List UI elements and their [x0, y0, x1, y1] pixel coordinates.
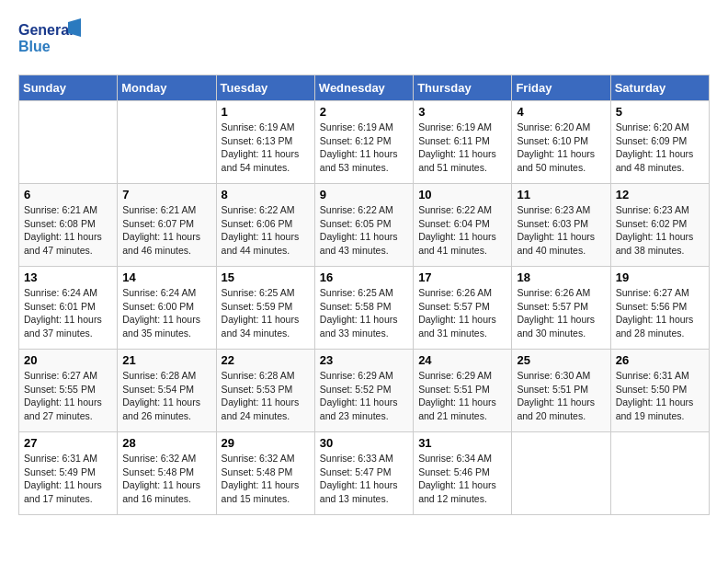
logo: GeneralBlue — [18, 18, 83, 60]
weekday-header-tuesday: Tuesday — [216, 75, 314, 101]
day-number: 22 — [222, 353, 310, 367]
day-info: Sunrise: 6:24 AM Sunset: 6:01 PM Dayligh… — [24, 286, 112, 340]
calendar-cell: 29Sunrise: 6:32 AM Sunset: 5:48 PM Dayli… — [216, 432, 314, 515]
calendar-cell: 2Sunrise: 6:19 AM Sunset: 6:12 PM Daylig… — [314, 101, 413, 184]
day-number: 3 — [418, 105, 506, 119]
day-info: Sunrise: 6:22 AM Sunset: 6:04 PM Dayligh… — [418, 203, 506, 258]
calendar-cell: 9Sunrise: 6:22 AM Sunset: 6:05 PM Daylig… — [314, 184, 413, 267]
day-number: 4 — [517, 105, 605, 119]
day-number: 6 — [24, 188, 112, 201]
day-info: Sunrise: 6:21 AM Sunset: 6:07 PM Dayligh… — [122, 203, 210, 258]
day-info: Sunrise: 6:22 AM Sunset: 6:05 PM Dayligh… — [320, 203, 408, 258]
day-number: 11 — [517, 188, 605, 201]
day-info: Sunrise: 6:28 AM Sunset: 5:53 PM Dayligh… — [222, 369, 310, 423]
calendar-cell: 10Sunrise: 6:22 AM Sunset: 6:04 PM Dayli… — [414, 184, 512, 267]
calendar-cell: 16Sunrise: 6:25 AM Sunset: 5:58 PM Dayli… — [314, 267, 413, 350]
day-info: Sunrise: 6:23 AM Sunset: 6:03 PM Dayligh… — [517, 203, 605, 258]
calendar-cell — [19, 101, 118, 184]
day-number: 15 — [222, 270, 310, 284]
calendar-cell: 20Sunrise: 6:27 AM Sunset: 5:55 PM Dayli… — [19, 350, 118, 432]
calendar-cell: 6Sunrise: 6:21 AM Sunset: 6:08 PM Daylig… — [19, 184, 118, 267]
day-number: 1 — [222, 105, 310, 119]
day-info: Sunrise: 6:23 AM Sunset: 6:02 PM Dayligh… — [616, 203, 704, 258]
day-number: 7 — [122, 188, 210, 201]
day-number: 10 — [418, 188, 506, 201]
weekday-header-thursday: Thursday — [414, 75, 512, 101]
calendar-cell: 27Sunrise: 6:31 AM Sunset: 5:49 PM Dayli… — [19, 432, 118, 515]
day-info: Sunrise: 6:26 AM Sunset: 5:57 PM Dayligh… — [418, 286, 506, 340]
day-info: Sunrise: 6:25 AM Sunset: 5:58 PM Dayligh… — [320, 286, 408, 340]
day-number: 25 — [517, 353, 605, 367]
day-info: Sunrise: 6:30 AM Sunset: 5:51 PM Dayligh… — [517, 369, 605, 423]
day-number: 28 — [122, 436, 210, 450]
calendar-cell: 13Sunrise: 6:24 AM Sunset: 6:01 PM Dayli… — [19, 267, 118, 350]
calendar-cell: 1Sunrise: 6:19 AM Sunset: 6:13 PM Daylig… — [216, 101, 314, 184]
day-info: Sunrise: 6:25 AM Sunset: 5:59 PM Dayligh… — [222, 286, 310, 340]
calendar-cell: 22Sunrise: 6:28 AM Sunset: 5:53 PM Dayli… — [216, 350, 314, 432]
day-info: Sunrise: 6:31 AM Sunset: 5:50 PM Dayligh… — [616, 369, 704, 423]
day-info: Sunrise: 6:22 AM Sunset: 6:06 PM Dayligh… — [222, 203, 310, 258]
day-info: Sunrise: 6:31 AM Sunset: 5:49 PM Dayligh… — [24, 452, 112, 506]
day-number: 30 — [320, 436, 408, 450]
day-info: Sunrise: 6:28 AM Sunset: 5:54 PM Dayligh… — [122, 369, 210, 423]
day-info: Sunrise: 6:34 AM Sunset: 5:46 PM Dayligh… — [418, 452, 506, 506]
calendar-cell: 12Sunrise: 6:23 AM Sunset: 6:02 PM Dayli… — [610, 184, 709, 267]
day-info: Sunrise: 6:20 AM Sunset: 6:09 PM Dayligh… — [616, 121, 704, 175]
calendar-cell: 21Sunrise: 6:28 AM Sunset: 5:54 PM Dayli… — [118, 350, 216, 432]
day-info: Sunrise: 6:32 AM Sunset: 5:48 PM Dayligh… — [222, 452, 310, 506]
day-info: Sunrise: 6:19 AM Sunset: 6:13 PM Dayligh… — [222, 121, 310, 175]
day-number: 20 — [24, 353, 112, 367]
day-number: 9 — [320, 188, 408, 201]
calendar-cell: 4Sunrise: 6:20 AM Sunset: 6:10 PM Daylig… — [512, 101, 610, 184]
weekday-header-sunday: Sunday — [19, 75, 118, 101]
weekday-header-monday: Monday — [118, 75, 216, 101]
day-number: 14 — [122, 270, 210, 284]
day-info: Sunrise: 6:32 AM Sunset: 5:48 PM Dayligh… — [122, 452, 210, 506]
day-number: 17 — [418, 270, 506, 284]
day-number: 16 — [320, 270, 408, 284]
day-info: Sunrise: 6:19 AM Sunset: 6:11 PM Dayligh… — [418, 121, 506, 175]
calendar-cell — [118, 101, 216, 184]
day-number: 23 — [320, 353, 408, 367]
page-header: GeneralBlue — [18, 18, 710, 60]
svg-text:Blue: Blue — [18, 39, 51, 54]
calendar-week-3: 13Sunrise: 6:24 AM Sunset: 6:01 PM Dayli… — [19, 267, 710, 350]
day-number: 19 — [616, 270, 704, 284]
calendar-cell: 28Sunrise: 6:32 AM Sunset: 5:48 PM Dayli… — [118, 432, 216, 515]
day-info: Sunrise: 6:26 AM Sunset: 5:57 PM Dayligh… — [517, 286, 605, 340]
day-info: Sunrise: 6:29 AM Sunset: 5:52 PM Dayligh… — [320, 369, 408, 423]
calendar-cell: 23Sunrise: 6:29 AM Sunset: 5:52 PM Dayli… — [314, 350, 413, 432]
day-number: 12 — [616, 188, 704, 201]
day-info: Sunrise: 6:24 AM Sunset: 6:00 PM Dayligh… — [122, 286, 210, 340]
day-info: Sunrise: 6:29 AM Sunset: 5:51 PM Dayligh… — [418, 369, 506, 423]
day-number: 29 — [222, 436, 310, 450]
day-number: 8 — [222, 188, 310, 201]
day-number: 24 — [418, 353, 506, 367]
calendar-cell: 19Sunrise: 6:27 AM Sunset: 5:56 PM Dayli… — [610, 267, 709, 350]
svg-text:General: General — [18, 22, 74, 38]
day-info: Sunrise: 6:27 AM Sunset: 5:56 PM Dayligh… — [616, 286, 704, 340]
day-number: 2 — [320, 105, 408, 119]
calendar-week-4: 20Sunrise: 6:27 AM Sunset: 5:55 PM Dayli… — [19, 350, 710, 432]
weekday-header-saturday: Saturday — [610, 75, 709, 101]
day-number: 31 — [418, 436, 506, 450]
calendar-cell — [610, 432, 709, 515]
calendar-week-5: 27Sunrise: 6:31 AM Sunset: 5:49 PM Dayli… — [19, 432, 710, 515]
day-number: 5 — [616, 105, 704, 119]
calendar-cell: 3Sunrise: 6:19 AM Sunset: 6:11 PM Daylig… — [414, 101, 512, 184]
calendar-cell: 31Sunrise: 6:34 AM Sunset: 5:46 PM Dayli… — [414, 432, 512, 515]
day-info: Sunrise: 6:19 AM Sunset: 6:12 PM Dayligh… — [320, 121, 408, 175]
calendar-table: SundayMondayTuesdayWednesdayThursdayFrid… — [18, 75, 710, 515]
calendar-cell: 18Sunrise: 6:26 AM Sunset: 5:57 PM Dayli… — [512, 267, 610, 350]
day-info: Sunrise: 6:33 AM Sunset: 5:47 PM Dayligh… — [320, 452, 408, 506]
weekday-header-wednesday: Wednesday — [314, 75, 413, 101]
logo-svg: GeneralBlue — [18, 18, 83, 60]
calendar-cell: 11Sunrise: 6:23 AM Sunset: 6:03 PM Dayli… — [512, 184, 610, 267]
calendar-cell: 25Sunrise: 6:30 AM Sunset: 5:51 PM Dayli… — [512, 350, 610, 432]
calendar-cell: 14Sunrise: 6:24 AM Sunset: 6:00 PM Dayli… — [118, 267, 216, 350]
day-info: Sunrise: 6:20 AM Sunset: 6:10 PM Dayligh… — [517, 121, 605, 175]
calendar-cell: 5Sunrise: 6:20 AM Sunset: 6:09 PM Daylig… — [610, 101, 709, 184]
day-number: 18 — [517, 270, 605, 284]
calendar-week-2: 6Sunrise: 6:21 AM Sunset: 6:08 PM Daylig… — [19, 184, 710, 267]
day-number: 13 — [24, 270, 112, 284]
